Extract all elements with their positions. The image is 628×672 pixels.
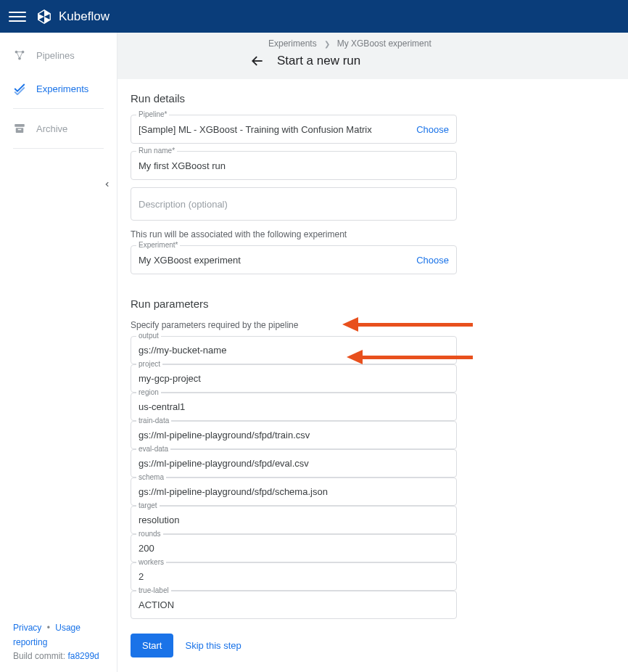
- chevron-right-icon: ❯: [324, 40, 330, 48]
- param-input-train-data[interactable]: [139, 430, 449, 441]
- svg-rect-7: [15, 124, 25, 127]
- kubeflow-logo-icon: [36, 9, 52, 25]
- svg-marker-1: [44, 9, 50, 16]
- pipeline-label: Pipeline*: [136, 110, 169, 118]
- param-label-schema: schema: [136, 473, 166, 481]
- param-field-output[interactable]: [131, 336, 457, 364]
- param-label-true-label: true-label: [136, 586, 171, 594]
- nav-label: Archive: [36, 123, 67, 134]
- privacy-link[interactable]: Privacy: [13, 623, 41, 633]
- nav-pipelines[interactable]: Pipelines: [0, 38, 117, 72]
- param-field-true-label[interactable]: [131, 591, 457, 619]
- sidebar-collapse[interactable]: [97, 174, 117, 194]
- breadcrumb: Experiments ❯ My XGBoost experiment: [117, 38, 628, 53]
- param-label-output: output: [136, 332, 161, 340]
- param-field-eval-data[interactable]: [131, 449, 457, 478]
- param-input-rounds[interactable]: [139, 543, 449, 554]
- experiment-input[interactable]: [139, 255, 410, 266]
- app-name: Kubeflow: [59, 9, 110, 24]
- param-field-train-data[interactable]: [131, 421, 457, 449]
- param-field-rounds[interactable]: [131, 534, 457, 562]
- experiment-choose-button[interactable]: Choose: [410, 255, 449, 266]
- svg-point-6: [18, 57, 21, 60]
- back-arrow-icon[interactable]: [249, 53, 265, 69]
- archive-icon: [13, 122, 26, 135]
- nav-label: Experiments: [36, 83, 88, 94]
- nav-experiments[interactable]: Experiments: [0, 72, 117, 105]
- run-params-sub: Specify parameters required by the pipel…: [131, 320, 606, 330]
- param-input-eval-data[interactable]: [139, 458, 449, 469]
- dot-separator: •: [47, 623, 50, 633]
- param-field-target[interactable]: [131, 506, 457, 534]
- pipeline-choose-button[interactable]: Choose: [410, 124, 449, 135]
- param-label-region: region: [136, 388, 161, 396]
- build-commit-label: Build commit:: [13, 651, 65, 661]
- nav-label: Pipelines: [36, 50, 75, 61]
- svg-rect-9: [18, 129, 22, 131]
- topbar: Kubeflow: [0, 0, 628, 33]
- sidebar-footer: Privacy • Usage reporting Build commit: …: [0, 612, 117, 672]
- pipeline-field[interactable]: Choose: [131, 115, 457, 144]
- run-name-label: Run name*: [136, 147, 177, 155]
- breadcrumb-current[interactable]: My XGBoost experiment: [337, 38, 431, 49]
- main-content: Experiments ❯ My XGBoost experiment Star…: [117, 33, 628, 672]
- param-input-region[interactable]: [139, 401, 449, 412]
- param-label-project: project: [136, 360, 162, 368]
- page-title: Start a new run: [277, 54, 360, 68]
- start-button[interactable]: Start: [131, 634, 173, 657]
- param-input-true-label[interactable]: [139, 599, 449, 610]
- svg-marker-3: [44, 17, 50, 23]
- param-input-project[interactable]: [139, 373, 449, 384]
- menu-icon[interactable]: [9, 8, 26, 25]
- param-input-output[interactable]: [139, 345, 449, 356]
- param-field-region[interactable]: [131, 393, 457, 421]
- experiments-icon: [13, 82, 26, 95]
- param-input-target[interactable]: [139, 515, 449, 525]
- svg-marker-2: [38, 13, 44, 19]
- app-logo[interactable]: Kubeflow: [36, 9, 110, 25]
- param-label-target: target: [136, 501, 160, 509]
- experiment-label: Experiment*: [136, 241, 180, 249]
- param-label-workers: workers: [136, 558, 166, 566]
- run-name-input[interactable]: [139, 160, 449, 171]
- nav-divider: [13, 148, 104, 149]
- description-input[interactable]: [139, 199, 449, 210]
- param-field-workers[interactable]: [131, 562, 457, 591]
- param-input-schema[interactable]: [139, 486, 449, 497]
- svg-rect-8: [16, 128, 24, 133]
- param-label-rounds: rounds: [136, 530, 163, 538]
- skip-button[interactable]: Skip this step: [185, 640, 241, 651]
- sidebar: Pipelines Experiments Archive Privacy • …: [0, 33, 117, 672]
- nav-divider: [13, 108, 104, 109]
- param-label-train-data: train-data: [136, 417, 171, 425]
- build-commit-hash[interactable]: fa8299d: [67, 651, 99, 661]
- param-field-schema[interactable]: [131, 478, 457, 506]
- pipelines-icon: [13, 49, 26, 62]
- run-details-heading: Run details: [131, 92, 606, 105]
- param-label-eval-data: eval-data: [136, 445, 170, 453]
- run-params-heading: Run parameters: [131, 298, 606, 310]
- experiment-field[interactable]: Choose: [131, 245, 457, 274]
- param-field-project[interactable]: [131, 364, 457, 393]
- pipeline-input[interactable]: [139, 124, 410, 135]
- association-text: This run will be associated with the fol…: [131, 229, 606, 239]
- param-input-workers[interactable]: [139, 571, 449, 582]
- breadcrumb-experiments[interactable]: Experiments: [268, 38, 317, 49]
- nav-archive[interactable]: Archive: [0, 112, 117, 145]
- run-name-field[interactable]: [131, 151, 457, 180]
- description-field[interactable]: [131, 187, 457, 221]
